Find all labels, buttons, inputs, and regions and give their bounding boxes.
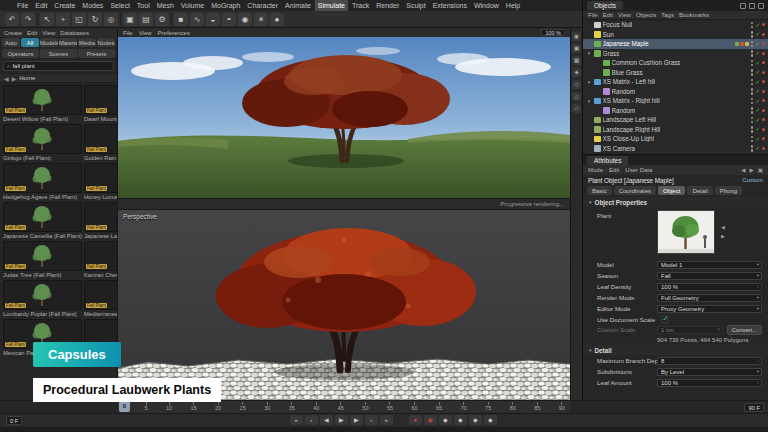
render-dot-icon[interactable] bbox=[762, 52, 765, 55]
render-dot-icon[interactable] bbox=[762, 23, 765, 26]
panel-menu-icon[interactable] bbox=[758, 3, 764, 9]
attribute-tab[interactable]: Coordinates bbox=[614, 186, 656, 195]
spline-pen-icon[interactable]: ∿ bbox=[190, 13, 204, 26]
tab-attributes[interactable]: Attributes bbox=[587, 156, 628, 165]
object-row[interactable]: XS Matrix - Right hill bbox=[583, 96, 768, 106]
end-frame-field[interactable]: 90 F bbox=[744, 403, 764, 412]
enabled-check-icon[interactable] bbox=[755, 50, 760, 56]
preview-next-icon[interactable]: ▶ bbox=[721, 233, 725, 239]
asset-search-input[interactable] bbox=[12, 63, 110, 69]
timeline-playhead[interactable]: 0 bbox=[119, 401, 130, 412]
render-dot-icon[interactable] bbox=[762, 33, 765, 36]
tab-objects[interactable]: Objects bbox=[587, 1, 623, 10]
enabled-check-icon[interactable] bbox=[755, 98, 760, 104]
menubar-item[interactable]: Sculpt bbox=[403, 0, 428, 11]
asset-filter-tab[interactable]: Media bbox=[78, 38, 96, 47]
scale-tool-icon[interactable]: ◱ bbox=[72, 13, 86, 26]
object-row[interactable]: Random bbox=[583, 87, 768, 97]
render-zoom-field[interactable]: 100 % bbox=[541, 29, 565, 36]
render-view-icon[interactable]: ▣ bbox=[123, 13, 137, 26]
attribute-value-field[interactable]: Full Geometry bbox=[657, 294, 762, 302]
visibility-dots-icon[interactable] bbox=[751, 126, 754, 133]
goto-end-icon[interactable]: » bbox=[380, 415, 393, 425]
menubar-item[interactable]: Edit bbox=[32, 0, 50, 11]
asset-browser-menu-item[interactable]: View bbox=[42, 30, 55, 36]
enabled-check-icon[interactable] bbox=[755, 69, 760, 75]
render-view-menu-item[interactable]: File bbox=[123, 30, 133, 36]
object-row[interactable]: XS Camera bbox=[583, 144, 768, 154]
enabled-check-icon[interactable] bbox=[755, 145, 760, 151]
menubar-item[interactable]: Help bbox=[503, 0, 523, 11]
enabled-check-icon[interactable] bbox=[755, 31, 760, 37]
custom-scale-field[interactable]: 1 cm bbox=[657, 326, 723, 334]
object-row[interactable]: Landscape Right Hill bbox=[583, 125, 768, 135]
attribute-value-field[interactable]: Model 1 bbox=[657, 261, 762, 269]
generator-icon[interactable]: ◓ bbox=[222, 13, 236, 26]
objects-menu-item[interactable]: Bookmarks bbox=[679, 12, 709, 18]
redo-icon[interactable]: ↷ bbox=[21, 13, 35, 26]
record-scale-icon[interactable]: ◆ bbox=[454, 415, 467, 425]
convert-button[interactable]: Convert... bbox=[727, 325, 762, 335]
Japanese Larch (Fall Plant)[interactable]: Fall Plant Japanese Larch (Fall Plant) bbox=[84, 202, 117, 239]
camera-icon[interactable]: ◉ bbox=[238, 13, 252, 26]
object-row[interactable]: XS Close-Up Light bbox=[583, 134, 768, 144]
Golden Rain Tree (Fall Plant)[interactable]: Fall Plant Golden Rain Tree (Fall Plant) bbox=[84, 124, 117, 161]
menubar-item[interactable]: Tool bbox=[134, 0, 153, 11]
asset-filter-tab[interactable]: Materials bbox=[59, 38, 77, 47]
enabled-check-icon[interactable] bbox=[755, 136, 760, 142]
render-dot-icon[interactable] bbox=[762, 118, 765, 121]
Dwarf Mountain Pine (Fall Plant)[interactable]: Fall Plant Dwarf Mountain Pine (Fall Pla… bbox=[84, 85, 117, 122]
menubar-item[interactable]: Select bbox=[107, 0, 132, 11]
record-position-icon[interactable]: ◆ bbox=[439, 415, 452, 425]
Kanzan Cherry (Fall Plant)[interactable]: Fall Plant Kanzan Cherry (Fall Plant) bbox=[84, 241, 117, 278]
attribute-tab[interactable]: Detail bbox=[687, 186, 712, 195]
attribute-tab[interactable]: Object bbox=[658, 186, 685, 195]
enable-axis-icon[interactable]: ▱ bbox=[572, 104, 581, 113]
attribute-value-field[interactable]: 100 % bbox=[657, 379, 762, 387]
render-settings-icon[interactable]: ⚙ bbox=[155, 13, 169, 26]
next-frame-icon[interactable]: ▶ bbox=[350, 415, 363, 425]
visibility-dots-icon[interactable] bbox=[751, 22, 754, 29]
Desert Willow (Fall Plant)[interactable]: Fall Plant Desert Willow (Fall Plant) bbox=[3, 85, 82, 122]
toolbar-separator[interactable] bbox=[171, 13, 172, 25]
object-row[interactable]: Blue Grass bbox=[583, 68, 768, 78]
float-icon[interactable] bbox=[749, 3, 755, 9]
expand-arrow-icon[interactable] bbox=[586, 79, 592, 85]
menubar-item[interactable]: Render bbox=[373, 0, 402, 11]
render-dot-icon[interactable] bbox=[762, 137, 765, 140]
attribute-value-field[interactable]: 8 bbox=[657, 357, 762, 365]
Japanese Camellia (Fall Plant)[interactable]: Fall Plant Japanese Camellia (Fall Plant… bbox=[3, 202, 82, 239]
attributes-menu-item[interactable]: Mode bbox=[588, 167, 603, 173]
record-rotation-icon[interactable]: ◆ bbox=[469, 415, 482, 425]
visibility-dots-icon[interactable] bbox=[751, 88, 754, 95]
render-dot-icon[interactable] bbox=[762, 99, 765, 102]
previous-key-icon[interactable]: ‹ bbox=[305, 415, 318, 425]
current-frame-field[interactable]: 0 F bbox=[6, 416, 22, 425]
render-dot-icon[interactable] bbox=[762, 61, 765, 64]
Hedgehog Agave (Fall Plant)[interactable]: Fall Plant Hedgehog Agave (Fall Plant) bbox=[3, 163, 82, 200]
object-row[interactable]: Sun bbox=[583, 30, 768, 40]
preview-prev-icon[interactable]: ◀ bbox=[721, 224, 725, 230]
Mediterranean Cypress (Fall Plant)[interactable]: Fall Plant Mediterranean Cypress (Fall P… bbox=[84, 280, 117, 317]
model-mode-icon[interactable]: ◉ bbox=[572, 32, 581, 41]
object-row[interactable]: Grass bbox=[583, 49, 768, 59]
objects-menu-item[interactable]: File bbox=[588, 12, 598, 18]
menubar-item[interactable]: Character bbox=[244, 0, 281, 11]
attribute-value-field[interactable]: Fall bbox=[657, 272, 762, 280]
play-icon[interactable]: ▶ bbox=[335, 415, 348, 425]
enabled-check-icon[interactable] bbox=[755, 60, 760, 66]
back-icon[interactable]: ◀ bbox=[4, 75, 9, 82]
menubar-item[interactable]: Animate bbox=[282, 0, 314, 11]
primitive-cube-icon[interactable]: ■ bbox=[174, 13, 188, 26]
attribute-value-field[interactable]: By Level bbox=[657, 368, 762, 376]
material-icon[interactable]: ● bbox=[270, 13, 284, 26]
render-dot-icon[interactable] bbox=[762, 90, 765, 93]
texture-mode-icon[interactable]: ▣ bbox=[572, 44, 581, 53]
visibility-dots-icon[interactable] bbox=[751, 60, 754, 67]
asset-filter-tab[interactable]: Nodes bbox=[97, 38, 115, 47]
enabled-check-icon[interactable] bbox=[755, 79, 760, 85]
render-dot-icon[interactable] bbox=[762, 128, 765, 131]
forward-icon[interactable]: ▶ bbox=[12, 75, 17, 82]
asset-filter-tab[interactable]: Auto bbox=[2, 38, 20, 47]
menubar-item[interactable]: Create bbox=[51, 0, 78, 11]
